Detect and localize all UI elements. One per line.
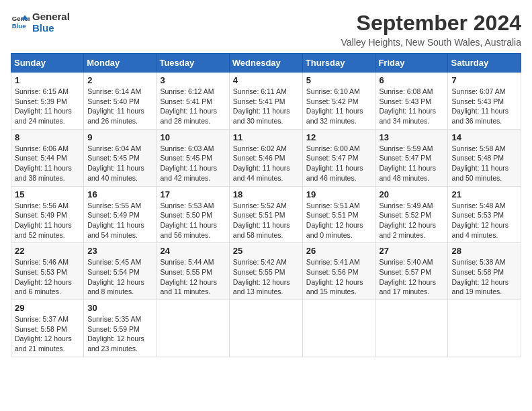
calendar-cell: 23Sunrise: 5:45 AM Sunset: 5:54 PM Dayli… bbox=[84, 243, 157, 300]
day-info: Sunrise: 6:14 AM Sunset: 5:40 PM Dayligh… bbox=[87, 87, 152, 126]
calendar-header-row: SundayMondayTuesdayWednesdayThursdayFrid… bbox=[11, 54, 521, 73]
calendar-week-4: 22Sunrise: 5:46 AM Sunset: 5:53 PM Dayli… bbox=[11, 243, 521, 300]
calendar-cell bbox=[375, 300, 448, 357]
day-number: 9 bbox=[87, 132, 152, 142]
logo-icon: General Blue bbox=[11, 13, 30, 32]
calendar-cell: 26Sunrise: 5:41 AM Sunset: 5:56 PM Dayli… bbox=[302, 243, 375, 300]
calendar-cell: 25Sunrise: 5:42 AM Sunset: 5:55 PM Dayli… bbox=[229, 243, 302, 300]
calendar-cell: 29Sunrise: 5:37 AM Sunset: 5:58 PM Dayli… bbox=[11, 300, 84, 357]
day-info: Sunrise: 5:44 AM Sunset: 5:55 PM Dayligh… bbox=[160, 257, 225, 297]
day-number: 30 bbox=[87, 303, 152, 313]
calendar-cell: 11Sunrise: 6:02 AM Sunset: 5:46 PM Dayli… bbox=[229, 129, 302, 186]
calendar-cell: 20Sunrise: 5:49 AM Sunset: 5:52 PM Dayli… bbox=[375, 186, 448, 243]
day-number: 14 bbox=[451, 132, 517, 142]
day-number: 27 bbox=[379, 246, 444, 256]
calendar-cell: 1Sunrise: 6:15 AM Sunset: 5:39 PM Daylig… bbox=[11, 73, 84, 130]
calendar-cell: 4Sunrise: 6:11 AM Sunset: 5:41 PM Daylig… bbox=[229, 73, 302, 130]
day-number: 24 bbox=[160, 246, 225, 256]
day-info: Sunrise: 6:10 AM Sunset: 5:42 PM Dayligh… bbox=[306, 87, 372, 126]
calendar-week-5: 29Sunrise: 5:37 AM Sunset: 5:58 PM Dayli… bbox=[11, 300, 521, 357]
column-header-saturday: Saturday bbox=[448, 54, 521, 73]
day-info: Sunrise: 6:07 AM Sunset: 5:43 PM Dayligh… bbox=[451, 87, 517, 126]
day-info: Sunrise: 5:41 AM Sunset: 5:56 PM Dayligh… bbox=[306, 257, 372, 297]
day-number: 22 bbox=[15, 246, 80, 256]
day-number: 23 bbox=[87, 246, 152, 256]
day-info: Sunrise: 6:02 AM Sunset: 5:46 PM Dayligh… bbox=[233, 144, 299, 183]
day-number: 28 bbox=[451, 246, 517, 256]
day-number: 16 bbox=[87, 189, 152, 199]
calendar-cell: 24Sunrise: 5:44 AM Sunset: 5:55 PM Dayli… bbox=[157, 243, 229, 300]
day-info: Sunrise: 6:06 AM Sunset: 5:44 PM Dayligh… bbox=[15, 144, 80, 183]
day-number: 18 bbox=[233, 189, 299, 199]
page-header: General Blue General Blue September 2024… bbox=[11, 11, 521, 48]
day-number: 13 bbox=[379, 132, 444, 142]
day-info: Sunrise: 5:48 AM Sunset: 5:53 PM Dayligh… bbox=[451, 201, 517, 240]
calendar-cell: 22Sunrise: 5:46 AM Sunset: 5:53 PM Dayli… bbox=[11, 243, 84, 300]
calendar-cell bbox=[448, 300, 521, 357]
day-info: Sunrise: 6:12 AM Sunset: 5:41 PM Dayligh… bbox=[160, 87, 225, 126]
calendar-cell: 21Sunrise: 5:48 AM Sunset: 5:53 PM Dayli… bbox=[448, 186, 521, 243]
calendar-table: SundayMondayTuesdayWednesdayThursdayFrid… bbox=[11, 53, 521, 357]
month-title: September 2024 bbox=[341, 11, 521, 36]
day-info: Sunrise: 5:49 AM Sunset: 5:52 PM Dayligh… bbox=[379, 201, 444, 240]
day-info: Sunrise: 5:35 AM Sunset: 5:59 PM Dayligh… bbox=[87, 314, 152, 354]
calendar-week-3: 15Sunrise: 5:56 AM Sunset: 5:49 PM Dayli… bbox=[11, 186, 521, 243]
day-info: Sunrise: 6:00 AM Sunset: 5:47 PM Dayligh… bbox=[306, 144, 372, 183]
day-info: Sunrise: 5:37 AM Sunset: 5:58 PM Dayligh… bbox=[15, 314, 80, 354]
column-header-monday: Monday bbox=[84, 54, 157, 73]
day-number: 20 bbox=[379, 189, 444, 199]
calendar-cell: 7Sunrise: 6:07 AM Sunset: 5:43 PM Daylig… bbox=[448, 73, 521, 130]
day-number: 4 bbox=[233, 75, 299, 85]
calendar-cell: 5Sunrise: 6:10 AM Sunset: 5:42 PM Daylig… bbox=[302, 73, 375, 130]
calendar-cell: 28Sunrise: 5:38 AM Sunset: 5:58 PM Dayli… bbox=[448, 243, 521, 300]
calendar-cell: 19Sunrise: 5:51 AM Sunset: 5:51 PM Dayli… bbox=[302, 186, 375, 243]
column-header-sunday: Sunday bbox=[11, 54, 84, 73]
day-number: 12 bbox=[306, 132, 372, 142]
day-info: Sunrise: 6:08 AM Sunset: 5:43 PM Dayligh… bbox=[379, 87, 444, 126]
day-number: 11 bbox=[233, 132, 299, 142]
day-info: Sunrise: 6:04 AM Sunset: 5:45 PM Dayligh… bbox=[87, 144, 152, 183]
day-info: Sunrise: 5:55 AM Sunset: 5:49 PM Dayligh… bbox=[87, 201, 152, 240]
day-info: Sunrise: 5:58 AM Sunset: 5:48 PM Dayligh… bbox=[451, 144, 517, 183]
day-number: 3 bbox=[160, 75, 225, 85]
logo-general: General bbox=[32, 11, 70, 22]
day-info: Sunrise: 5:45 AM Sunset: 5:54 PM Dayligh… bbox=[87, 257, 152, 297]
calendar-cell: 17Sunrise: 5:53 AM Sunset: 5:50 PM Dayli… bbox=[157, 186, 229, 243]
day-info: Sunrise: 5:51 AM Sunset: 5:51 PM Dayligh… bbox=[306, 201, 372, 240]
calendar-cell bbox=[229, 300, 302, 357]
calendar-week-2: 8Sunrise: 6:06 AM Sunset: 5:44 PM Daylig… bbox=[11, 129, 521, 186]
day-info: Sunrise: 5:40 AM Sunset: 5:57 PM Dayligh… bbox=[379, 257, 444, 297]
calendar-cell: 12Sunrise: 6:00 AM Sunset: 5:47 PM Dayli… bbox=[302, 129, 375, 186]
column-header-thursday: Thursday bbox=[302, 54, 375, 73]
calendar-cell: 8Sunrise: 6:06 AM Sunset: 5:44 PM Daylig… bbox=[11, 129, 84, 186]
day-number: 7 bbox=[451, 75, 517, 85]
day-info: Sunrise: 5:42 AM Sunset: 5:55 PM Dayligh… bbox=[233, 257, 299, 297]
calendar-week-1: 1Sunrise: 6:15 AM Sunset: 5:39 PM Daylig… bbox=[11, 73, 521, 130]
column-header-tuesday: Tuesday bbox=[157, 54, 229, 73]
calendar-cell: 10Sunrise: 6:03 AM Sunset: 5:45 PM Dayli… bbox=[157, 129, 229, 186]
calendar-cell: 15Sunrise: 5:56 AM Sunset: 5:49 PM Dayli… bbox=[11, 186, 84, 243]
calendar-cell: 27Sunrise: 5:40 AM Sunset: 5:57 PM Dayli… bbox=[375, 243, 448, 300]
title-area: September 2024 Valley Heights, New South… bbox=[341, 11, 521, 48]
day-number: 10 bbox=[160, 132, 225, 142]
day-number: 17 bbox=[160, 189, 225, 199]
calendar-cell bbox=[302, 300, 375, 357]
column-header-wednesday: Wednesday bbox=[229, 54, 302, 73]
day-info: Sunrise: 5:56 AM Sunset: 5:49 PM Dayligh… bbox=[15, 201, 80, 240]
calendar-cell: 6Sunrise: 6:08 AM Sunset: 5:43 PM Daylig… bbox=[375, 73, 448, 130]
calendar-cell: 30Sunrise: 5:35 AM Sunset: 5:59 PM Dayli… bbox=[84, 300, 157, 357]
day-number: 8 bbox=[15, 132, 80, 142]
location-subtitle: Valley Heights, New South Wales, Austral… bbox=[341, 37, 521, 48]
day-number: 2 bbox=[87, 75, 152, 85]
day-number: 25 bbox=[233, 246, 299, 256]
day-info: Sunrise: 5:52 AM Sunset: 5:51 PM Dayligh… bbox=[233, 201, 299, 240]
day-info: Sunrise: 6:03 AM Sunset: 5:45 PM Dayligh… bbox=[160, 144, 225, 183]
day-number: 21 bbox=[451, 189, 517, 199]
day-number: 6 bbox=[379, 75, 444, 85]
calendar-cell: 9Sunrise: 6:04 AM Sunset: 5:45 PM Daylig… bbox=[84, 129, 157, 186]
svg-text:Blue: Blue bbox=[12, 22, 26, 30]
day-info: Sunrise: 5:59 AM Sunset: 5:47 PM Dayligh… bbox=[379, 144, 444, 183]
day-info: Sunrise: 5:38 AM Sunset: 5:58 PM Dayligh… bbox=[451, 257, 517, 297]
logo: General Blue General Blue bbox=[11, 11, 70, 34]
day-number: 29 bbox=[15, 303, 80, 313]
